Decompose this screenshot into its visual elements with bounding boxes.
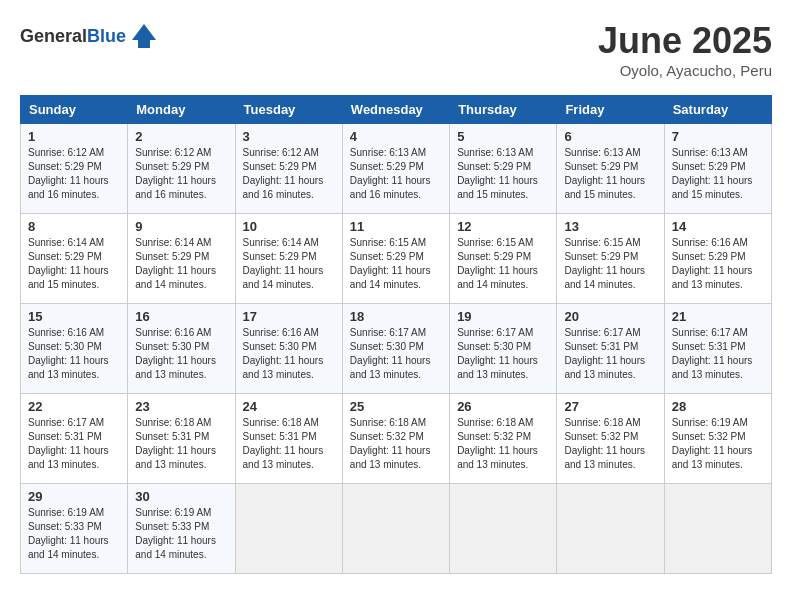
day-number: 5 — [457, 129, 549, 144]
day-info: Sunrise: 6:18 AMSunset: 5:32 PMDaylight:… — [457, 417, 538, 470]
calendar-cell: 23Sunrise: 6:18 AMSunset: 5:31 PMDayligh… — [128, 394, 235, 484]
day-info: Sunrise: 6:16 AMSunset: 5:30 PMDaylight:… — [28, 327, 109, 380]
day-info: Sunrise: 6:15 AMSunset: 5:29 PMDaylight:… — [564, 237, 645, 290]
day-number: 14 — [672, 219, 764, 234]
day-number: 7 — [672, 129, 764, 144]
calendar-cell: 30Sunrise: 6:19 AMSunset: 5:33 PMDayligh… — [128, 484, 235, 574]
day-info: Sunrise: 6:13 AMSunset: 5:29 PMDaylight:… — [350, 147, 431, 200]
day-info: Sunrise: 6:17 AMSunset: 5:30 PMDaylight:… — [457, 327, 538, 380]
day-info: Sunrise: 6:15 AMSunset: 5:29 PMDaylight:… — [350, 237, 431, 290]
day-info: Sunrise: 6:13 AMSunset: 5:29 PMDaylight:… — [564, 147, 645, 200]
day-number: 17 — [243, 309, 335, 324]
calendar-cell: 11Sunrise: 6:15 AMSunset: 5:29 PMDayligh… — [342, 214, 449, 304]
table-row: 8Sunrise: 6:14 AMSunset: 5:29 PMDaylight… — [21, 214, 772, 304]
day-info: Sunrise: 6:18 AMSunset: 5:31 PMDaylight:… — [243, 417, 324, 470]
col-saturday: Saturday — [664, 96, 771, 124]
day-number: 9 — [135, 219, 227, 234]
day-number: 11 — [350, 219, 442, 234]
day-info: Sunrise: 6:18 AMSunset: 5:32 PMDaylight:… — [564, 417, 645, 470]
calendar-cell: 5Sunrise: 6:13 AMSunset: 5:29 PMDaylight… — [450, 124, 557, 214]
day-info: Sunrise: 6:12 AMSunset: 5:29 PMDaylight:… — [135, 147, 216, 200]
col-thursday: Thursday — [450, 96, 557, 124]
calendar-cell: 22Sunrise: 6:17 AMSunset: 5:31 PMDayligh… — [21, 394, 128, 484]
day-info: Sunrise: 6:15 AMSunset: 5:29 PMDaylight:… — [457, 237, 538, 290]
day-info: Sunrise: 6:17 AMSunset: 5:31 PMDaylight:… — [28, 417, 109, 470]
calendar-cell: 9Sunrise: 6:14 AMSunset: 5:29 PMDaylight… — [128, 214, 235, 304]
calendar-cell: 28Sunrise: 6:19 AMSunset: 5:32 PMDayligh… — [664, 394, 771, 484]
calendar-cell: 6Sunrise: 6:13 AMSunset: 5:29 PMDaylight… — [557, 124, 664, 214]
day-info: Sunrise: 6:16 AMSunset: 5:30 PMDaylight:… — [135, 327, 216, 380]
table-row: 22Sunrise: 6:17 AMSunset: 5:31 PMDayligh… — [21, 394, 772, 484]
day-info: Sunrise: 6:13 AMSunset: 5:29 PMDaylight:… — [672, 147, 753, 200]
day-info: Sunrise: 6:17 AMSunset: 5:30 PMDaylight:… — [350, 327, 431, 380]
calendar-cell: 13Sunrise: 6:15 AMSunset: 5:29 PMDayligh… — [557, 214, 664, 304]
calendar-cell: 19Sunrise: 6:17 AMSunset: 5:30 PMDayligh… — [450, 304, 557, 394]
day-info: Sunrise: 6:18 AMSunset: 5:31 PMDaylight:… — [135, 417, 216, 470]
day-number: 25 — [350, 399, 442, 414]
calendar-cell: 17Sunrise: 6:16 AMSunset: 5:30 PMDayligh… — [235, 304, 342, 394]
col-tuesday: Tuesday — [235, 96, 342, 124]
svg-rect-1 — [138, 40, 150, 48]
table-row: 15Sunrise: 6:16 AMSunset: 5:30 PMDayligh… — [21, 304, 772, 394]
day-number: 12 — [457, 219, 549, 234]
day-number: 16 — [135, 309, 227, 324]
day-info: Sunrise: 6:18 AMSunset: 5:32 PMDaylight:… — [350, 417, 431, 470]
calendar-cell: 10Sunrise: 6:14 AMSunset: 5:29 PMDayligh… — [235, 214, 342, 304]
logo-general: GeneralBlue — [20, 26, 126, 47]
day-info: Sunrise: 6:19 AMSunset: 5:33 PMDaylight:… — [28, 507, 109, 560]
day-number: 23 — [135, 399, 227, 414]
day-number: 22 — [28, 399, 120, 414]
day-info: Sunrise: 6:19 AMSunset: 5:32 PMDaylight:… — [672, 417, 753, 470]
calendar-cell — [342, 484, 449, 574]
day-number: 21 — [672, 309, 764, 324]
calendar-cell: 1Sunrise: 6:12 AMSunset: 5:29 PMDaylight… — [21, 124, 128, 214]
calendar-cell — [450, 484, 557, 574]
col-friday: Friday — [557, 96, 664, 124]
day-info: Sunrise: 6:14 AMSunset: 5:29 PMDaylight:… — [28, 237, 109, 290]
day-info: Sunrise: 6:16 AMSunset: 5:30 PMDaylight:… — [243, 327, 324, 380]
calendar-cell: 24Sunrise: 6:18 AMSunset: 5:31 PMDayligh… — [235, 394, 342, 484]
day-number: 15 — [28, 309, 120, 324]
title-block: June 2025 Oyolo, Ayacucho, Peru — [598, 20, 772, 79]
col-monday: Monday — [128, 96, 235, 124]
day-number: 6 — [564, 129, 656, 144]
calendar-cell: 14Sunrise: 6:16 AMSunset: 5:29 PMDayligh… — [664, 214, 771, 304]
day-info: Sunrise: 6:19 AMSunset: 5:33 PMDaylight:… — [135, 507, 216, 560]
day-info: Sunrise: 6:12 AMSunset: 5:29 PMDaylight:… — [28, 147, 109, 200]
day-info: Sunrise: 6:17 AMSunset: 5:31 PMDaylight:… — [672, 327, 753, 380]
calendar-cell — [557, 484, 664, 574]
calendar-cell: 20Sunrise: 6:17 AMSunset: 5:31 PMDayligh… — [557, 304, 664, 394]
table-row: 29Sunrise: 6:19 AMSunset: 5:33 PMDayligh… — [21, 484, 772, 574]
day-number: 4 — [350, 129, 442, 144]
svg-marker-0 — [132, 24, 156, 40]
day-number: 19 — [457, 309, 549, 324]
calendar-cell: 15Sunrise: 6:16 AMSunset: 5:30 PMDayligh… — [21, 304, 128, 394]
calendar-cell: 26Sunrise: 6:18 AMSunset: 5:32 PMDayligh… — [450, 394, 557, 484]
calendar-header-row: Sunday Monday Tuesday Wednesday Thursday… — [21, 96, 772, 124]
day-info: Sunrise: 6:16 AMSunset: 5:29 PMDaylight:… — [672, 237, 753, 290]
day-number: 3 — [243, 129, 335, 144]
calendar-cell: 25Sunrise: 6:18 AMSunset: 5:32 PMDayligh… — [342, 394, 449, 484]
day-info: Sunrise: 6:14 AMSunset: 5:29 PMDaylight:… — [135, 237, 216, 290]
calendar-cell: 2Sunrise: 6:12 AMSunset: 5:29 PMDaylight… — [128, 124, 235, 214]
table-row: 1Sunrise: 6:12 AMSunset: 5:29 PMDaylight… — [21, 124, 772, 214]
calendar-cell: 18Sunrise: 6:17 AMSunset: 5:30 PMDayligh… — [342, 304, 449, 394]
day-info: Sunrise: 6:14 AMSunset: 5:29 PMDaylight:… — [243, 237, 324, 290]
day-number: 24 — [243, 399, 335, 414]
day-number: 8 — [28, 219, 120, 234]
calendar-cell: 12Sunrise: 6:15 AMSunset: 5:29 PMDayligh… — [450, 214, 557, 304]
day-number: 30 — [135, 489, 227, 504]
month-title: June 2025 — [598, 20, 772, 62]
calendar-table: Sunday Monday Tuesday Wednesday Thursday… — [20, 95, 772, 574]
day-number: 27 — [564, 399, 656, 414]
day-number: 28 — [672, 399, 764, 414]
day-number: 2 — [135, 129, 227, 144]
col-wednesday: Wednesday — [342, 96, 449, 124]
col-sunday: Sunday — [21, 96, 128, 124]
calendar-cell: 8Sunrise: 6:14 AMSunset: 5:29 PMDaylight… — [21, 214, 128, 304]
day-info: Sunrise: 6:13 AMSunset: 5:29 PMDaylight:… — [457, 147, 538, 200]
calendar-cell — [235, 484, 342, 574]
calendar-cell: 3Sunrise: 6:12 AMSunset: 5:29 PMDaylight… — [235, 124, 342, 214]
day-info: Sunrise: 6:17 AMSunset: 5:31 PMDaylight:… — [564, 327, 645, 380]
day-number: 13 — [564, 219, 656, 234]
